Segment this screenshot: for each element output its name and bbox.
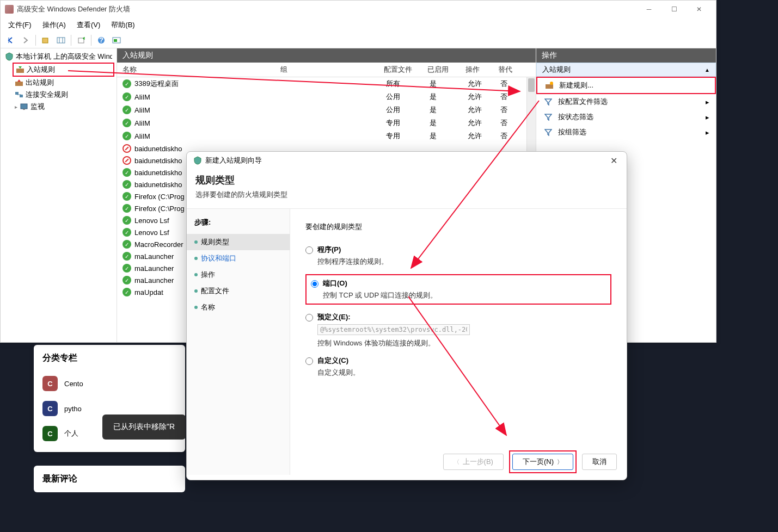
wizard-heading: 规则类型: [195, 174, 618, 187]
col-action[interactable]: 操作: [465, 65, 498, 75]
svg-rect-15: [23, 109, 25, 110]
category-title: 分类专栏: [34, 352, 185, 369]
bullet-icon: [194, 289, 198, 293]
allow-icon: ✓: [122, 192, 131, 201]
wizard-back-button: 〈上一步(B): [443, 454, 504, 470]
wizard-title: 新建入站规则向导: [205, 156, 262, 165]
menu-help[interactable]: 帮助(B): [106, 18, 140, 32]
category-item[interactable]: C Cento: [34, 373, 185, 394]
actions-header: 操作: [536, 48, 716, 63]
bullet-icon: [194, 257, 198, 260]
allow-icon: ✓: [122, 288, 131, 296]
submenu-icon: ▸: [706, 98, 709, 106]
scope-tree: 本地计算机 上的高级安全 Wind 入站规则 出站规则 连接安全规则 ▸: [1, 48, 117, 342]
tree-root[interactable]: 本地计算机 上的高级安全 Wind: [3, 51, 114, 63]
wizard-header: 规则类型 选择要创建的防火墙规则类型: [187, 169, 627, 208]
radio-program[interactable]: [305, 246, 313, 254]
wizard-next-button[interactable]: 下一页(N)〉: [512, 454, 573, 470]
new-rule-icon: [545, 81, 554, 90]
step-profile[interactable]: 配置文件: [187, 283, 290, 299]
col-name[interactable]: 名称: [122, 65, 280, 75]
tree-monitor[interactable]: ▸ 监视: [13, 101, 114, 113]
scroll-thumb[interactable]: [528, 78, 535, 92]
svg-rect-12: [20, 95, 23, 97]
content-title: 要创建的规则类型: [305, 222, 611, 232]
outbound-icon: [15, 78, 23, 87]
new-rule-wizard: 新建入站规则向导 ✕ 规则类型 选择要创建的防火墙规则类型 步骤: 规则类型 协…: [186, 151, 627, 480]
allow-icon: ✓: [122, 180, 131, 189]
maximize-button[interactable]: ☐: [661, 1, 687, 18]
block-icon: [122, 144, 131, 153]
step-name[interactable]: 名称: [187, 299, 290, 316]
action-filter-state[interactable]: 按状态筛选: [536, 109, 716, 125]
expander-icon[interactable]: ▸: [15, 104, 17, 110]
toast-notification: 已从列表中移除"R: [102, 415, 186, 440]
allow-icon: ✓: [122, 216, 131, 225]
forward-button[interactable]: [19, 34, 32, 47]
svg-rect-14: [21, 104, 27, 109]
radio-custom[interactable]: [305, 357, 313, 365]
allow-icon: ✓: [122, 106, 131, 114]
option-port[interactable]: 端口(O) 控制 TCP 或 UDP 端口连接的规则。: [305, 274, 611, 305]
submenu-icon: ▸: [706, 128, 709, 137]
action-filter-group[interactable]: 按组筛选: [536, 125, 716, 140]
minimize-button[interactable]: ─: [636, 1, 661, 18]
menu-file[interactable]: 文件(F): [3, 18, 37, 32]
step-protocol[interactable]: 协议和端口: [187, 250, 290, 267]
action-filter-profile[interactable]: 按配置文件筛选: [536, 94, 716, 109]
allow-icon: ✓: [122, 276, 131, 284]
connection-icon: [15, 90, 23, 99]
col-profile[interactable]: 配置文件: [384, 65, 427, 75]
bullet-icon: [194, 306, 198, 309]
collapse-icon[interactable]: ▲: [705, 67, 710, 73]
recent-comments-panel: 最新评论: [34, 466, 185, 492]
action-new-rule[interactable]: 新建规则...: [536, 77, 716, 94]
wizard-subtitle: 选择要创建的防火墙规则类型: [195, 190, 618, 200]
toolbar-refresh-button[interactable]: [110, 34, 123, 47]
rule-row[interactable]: ✓AliIM公用是允许否: [117, 90, 536, 103]
toolbar-new-button[interactable]: [39, 34, 52, 47]
toolbar-help-button[interactable]: ?: [95, 34, 108, 47]
allow-icon: ✓: [122, 240, 131, 249]
tree-connection-security[interactable]: 连接安全规则: [13, 89, 114, 101]
allow-icon: ✓: [122, 168, 131, 177]
step-action[interactable]: 操作: [187, 267, 290, 283]
block-icon: [122, 156, 131, 165]
filter-icon: [544, 97, 553, 106]
rule-row[interactable]: ✓AliIM公用是允许否: [117, 103, 536, 116]
col-group[interactable]: 组: [280, 65, 384, 75]
svg-rect-11: [15, 92, 19, 95]
toolbar-export-button[interactable]: [75, 34, 88, 47]
svg-rect-16: [546, 84, 553, 89]
allow-icon: ✓: [122, 132, 131, 140]
window-title: 高级安全 Windows Defender 防火墙: [17, 4, 130, 14]
radio-predefined[interactable]: [305, 314, 313, 321]
option-predefined[interactable]: 预定义(E): 控制 Windows 体验功能连接的规则。: [305, 312, 611, 348]
col-override[interactable]: 替代: [498, 65, 520, 75]
rule-row[interactable]: ✓3389远程桌面所有是允许否: [117, 77, 536, 90]
menu-action[interactable]: 操作(A): [37, 18, 71, 32]
svg-rect-4: [78, 38, 84, 43]
step-type[interactable]: 规则类型: [187, 234, 290, 250]
category-icon: C: [42, 426, 58, 441]
list-header: 入站规则: [117, 48, 536, 63]
wizard-close-button[interactable]: ✕: [607, 154, 620, 167]
option-program[interactable]: 程序(P) 控制程序连接的规则。: [305, 245, 611, 267]
back-button[interactable]: [4, 34, 17, 47]
option-custom[interactable]: 自定义(C) 自定义规则。: [305, 356, 611, 378]
radio-port[interactable]: [311, 280, 318, 288]
titlebar: 高级安全 Windows Defender 防火墙 ─ ☐ ✕: [1, 1, 716, 18]
column-headers: 名称 组 配置文件 已启用 操作 替代: [117, 63, 536, 77]
rule-row[interactable]: ✓AliIM专用是允许否: [117, 129, 536, 143]
tree-inbound-rules[interactable]: 入站规则: [13, 63, 114, 77]
close-button[interactable]: ✕: [687, 1, 712, 18]
wizard-cancel-button[interactable]: 取消: [582, 454, 617, 470]
category-icon: C: [42, 376, 58, 391]
allow-icon: ✓: [122, 119, 131, 127]
col-enabled[interactable]: 已启用: [427, 65, 465, 75]
menu-view[interactable]: 查看(V): [71, 18, 106, 32]
toolbar-panel-button[interactable]: [54, 34, 68, 47]
tree-outbound-rules[interactable]: 出站规则: [13, 77, 114, 89]
predefined-select: [317, 324, 470, 335]
rule-row[interactable]: ✓AliIM专用是允许否: [117, 116, 536, 129]
